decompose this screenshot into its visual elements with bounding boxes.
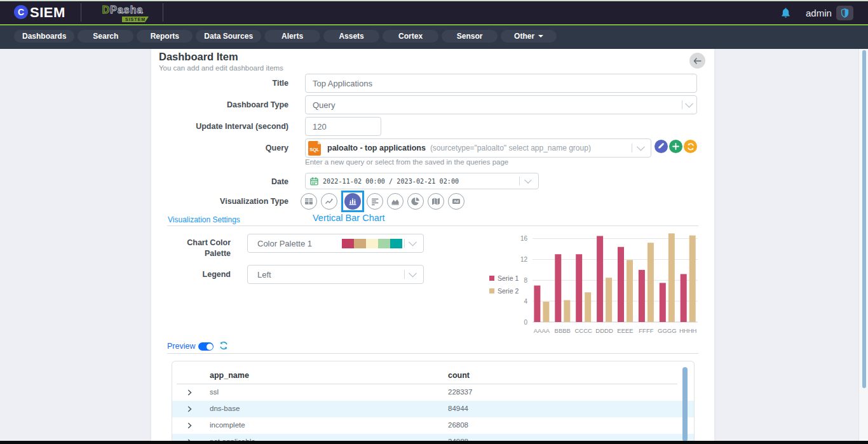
table-row[interactable]: not-applicable24988 — [172, 434, 694, 441]
cell-count: 228337 — [448, 388, 472, 396]
svg-text:4: 4 — [524, 298, 527, 305]
section-divider — [167, 225, 698, 226]
nav-pill-list: DashboardsSearchReportsData SourcesAlert… — [14, 30, 557, 43]
column-header-count: count — [448, 371, 470, 380]
toggle-knob — [207, 344, 213, 350]
query-name: paloalto - top applications — [327, 144, 426, 152]
table-body: ssl228337dns-base84944incomplete26808not… — [172, 384, 694, 441]
date-range-value: 2022-11-02 00:00 / 2023-02-21 02:00 — [323, 178, 459, 185]
chart-color-palette-value: Color Palette 1 — [257, 239, 312, 248]
preview-label[interactable]: Preview — [167, 342, 195, 351]
pencil-icon — [658, 143, 665, 150]
query-select[interactable]: SQL paloalto - top applications (sourcet… — [305, 138, 651, 158]
nav-item-label: Cortex — [398, 32, 423, 41]
viz-type-vertical-bar-chart-button[interactable] — [344, 193, 361, 210]
nav-item-cortex[interactable]: Cortex — [383, 30, 438, 43]
nav-item-label: Data Sources — [204, 32, 253, 41]
palette-swatch — [366, 239, 378, 248]
legend-label: Legend — [173, 270, 231, 279]
nav-item-sensor[interactable]: Sensor — [442, 30, 498, 43]
page-title: Dashboard Item — [159, 51, 238, 63]
topbar-separator — [81, 3, 81, 22]
svg-text:DDDD: DDDD — [595, 327, 613, 334]
nav-item-dashboards[interactable]: Dashboards — [14, 30, 74, 43]
nav-item-label: Search — [93, 32, 118, 41]
line-chart-icon — [325, 197, 334, 206]
query-label: Query — [149, 144, 288, 152]
user-name[interactable]: admin — [806, 8, 832, 18]
viz-type-map-button[interactable] — [428, 193, 444, 210]
update-interval-label: Update Interval (second) — [149, 122, 288, 131]
selected-visualization-label: Vertical Bar Chart — [313, 213, 385, 223]
back-button[interactable] — [689, 53, 705, 69]
table-row[interactable]: dns-base84944 — [172, 401, 694, 417]
table-scrollbar-thumb[interactable] — [682, 367, 688, 441]
viz-type-ad-banner-button[interactable]: Ad — [448, 193, 465, 210]
dashboard-type-label: Dashboard Type — [149, 100, 288, 109]
nav-item-label: Alerts — [281, 32, 303, 41]
legend-select[interactable]: Left — [247, 265, 424, 284]
topbar-separator — [163, 3, 163, 22]
expand-row-icon[interactable] — [187, 422, 192, 429]
page-subtitle: You can add and edit dashboard items — [159, 64, 283, 72]
viz-type-table-button[interactable] — [301, 193, 317, 210]
admin-shield-button[interactable] — [836, 6, 853, 20]
expand-row-icon[interactable] — [187, 389, 192, 396]
product-logo: DPasha — [88, 4, 158, 16]
brand-logo-icon: C — [14, 5, 28, 19]
horizontal-bar-chart-icon — [371, 198, 379, 206]
cell-app-name: incomplete — [210, 421, 245, 429]
title-input[interactable]: Top Applications — [305, 74, 697, 93]
expand-row-icon[interactable] — [187, 406, 192, 412]
table-row[interactable]: ssl228337 — [172, 384, 694, 401]
viz-type-pie-chart-button[interactable] — [407, 193, 424, 210]
chevron-down-icon — [409, 238, 417, 246]
cell-count: 26808 — [448, 421, 468, 429]
page-scrollbar-thumb[interactable] — [862, 50, 866, 388]
nav-item-data-sources[interactable]: Data Sources — [196, 30, 261, 43]
chart-color-palette-select[interactable]: Color Palette 1 — [247, 234, 424, 253]
query-add-button[interactable] — [669, 140, 682, 153]
dashboard-type-value: Query — [313, 100, 335, 110]
nav-item-other[interactable]: Other — [501, 30, 557, 43]
nav-item-search[interactable]: Search — [78, 30, 133, 43]
sql-icon: SQL — [308, 140, 323, 156]
svg-text:FFFF: FFFF — [639, 327, 653, 334]
viz-type-horizontal-bar-chart-button[interactable] — [367, 193, 383, 210]
svg-text:12: 12 — [520, 256, 528, 263]
nav-item-alerts[interactable]: Alerts — [264, 30, 320, 43]
update-interval-input[interactable]: 120 — [305, 117, 381, 136]
dashboard-type-select[interactable]: Query — [305, 95, 697, 114]
viz-type-area-chart-button[interactable] — [387, 193, 403, 210]
table-header: app_name count — [172, 361, 694, 384]
preview-refresh-icon[interactable] — [219, 341, 228, 350]
chart-color-palette-label: Chart Color Palette — [173, 238, 231, 259]
date-label: Date — [149, 177, 288, 186]
viz-type-line-chart-button[interactable] — [321, 193, 337, 210]
select-divider — [404, 270, 405, 279]
svg-text:8: 8 — [524, 277, 527, 284]
table-row[interactable]: incomplete26808 — [172, 417, 694, 434]
preview-toggle[interactable] — [198, 342, 214, 351]
date-range-input[interactable]: 2022-11-02 00:00 / 2023-02-21 02:00 — [305, 173, 539, 189]
svg-text:Serie 1: Serie 1 — [498, 274, 519, 282]
nav-item-label: Sensor — [457, 32, 483, 41]
nav-item-label: Other — [514, 32, 534, 41]
query-helper-text: Enter a new query or select from the sav… — [305, 158, 508, 166]
query-edit-button[interactable] — [654, 140, 668, 153]
query-refresh-button[interactable] — [684, 140, 697, 153]
main-nav: DashboardsSearchReportsData SourcesAlert… — [0, 25, 868, 49]
nav-item-reports[interactable]: Reports — [137, 30, 193, 43]
pie-chart-icon — [411, 197, 420, 206]
query-detail: (sourcetype="paloalto" select app_name g… — [430, 144, 591, 152]
notifications-bell-icon[interactable] — [781, 8, 790, 18]
vertical-bar-chart-icon — [348, 197, 357, 206]
nav-item-assets[interactable]: Assets — [323, 30, 379, 43]
cell-app-name: ssl — [210, 388, 219, 396]
cell-app-name: dns-base — [210, 405, 240, 412]
area-chart-icon — [391, 197, 400, 206]
visualization-settings-link[interactable]: Visualization Settings — [168, 215, 240, 224]
chevron-down-icon — [409, 269, 417, 278]
column-header-app-name: app_name — [210, 371, 249, 380]
nav-item-label: Dashboards — [22, 32, 66, 41]
